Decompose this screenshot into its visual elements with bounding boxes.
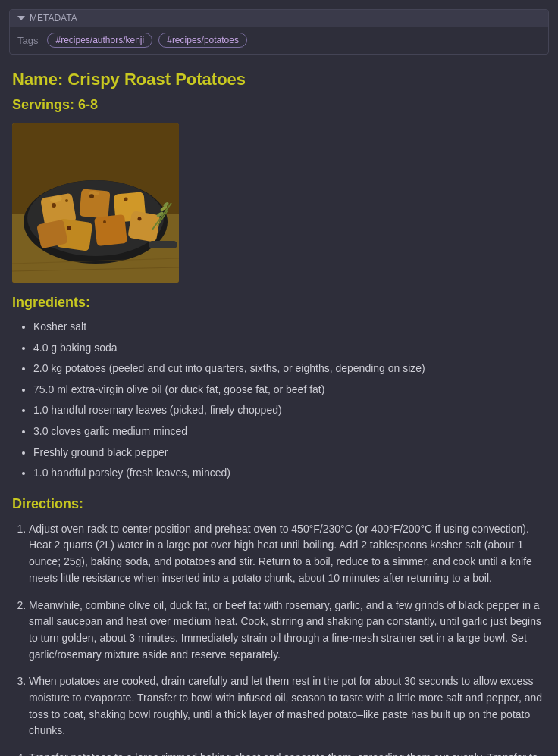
metadata-header: METADATA — [10, 10, 548, 27]
svg-point-17 — [138, 217, 142, 221]
ingredients-list: Kosher salt 4.0 g baking soda 2.0 kg pot… — [12, 320, 546, 481]
directions-list: Adjust oven rack to center position and … — [12, 521, 546, 756]
svg-rect-8 — [94, 214, 127, 246]
svg-rect-9 — [127, 211, 161, 242]
svg-point-15 — [67, 226, 71, 230]
ingredient-item: 75.0 ml extra-virgin olive oil (or duck … — [33, 383, 546, 398]
ingredient-item: 1.0 handful parsley (fresh leaves, mince… — [33, 466, 546, 481]
metadata-section: METADATA Tags #recipes/authors/kenji #re… — [9, 9, 549, 55]
direction-step: Transfer potatoes to a large rimmed baki… — [29, 750, 546, 756]
direction-step: When potatoes are cooked, drain carefull… — [29, 673, 546, 739]
svg-rect-23 — [149, 241, 177, 248]
collapse-triangle-icon[interactable] — [17, 16, 25, 20]
recipe-name: Name: Crispy Roast Potatoes — [12, 70, 546, 89]
tags-label: Tags — [17, 35, 38, 46]
ingredient-item: Freshly ground black pepper — [33, 445, 546, 461]
ingredient-item: Kosher salt — [33, 320, 546, 335]
ingredients-title: Ingredients: — [12, 295, 546, 311]
direction-step: Adjust oven rack to center position and … — [29, 521, 546, 587]
recipe-content: Name: Crispy Roast Potatoes Servings: 6-… — [0, 64, 558, 756]
ingredient-item: 2.0 kg potatoes (peeled and cut into qua… — [33, 361, 546, 376]
direction-step: Meanwhile, combine olive oil, duck fat, … — [29, 598, 546, 664]
ingredient-item: 4.0 g baking soda — [33, 341, 546, 356]
tag-potatoes[interactable]: #recipes/potatoes — [158, 33, 247, 48]
ingredient-item: 3.0 cloves garlic medium minced — [33, 424, 546, 439]
tag-authors[interactable]: #recipes/authors/kenji — [47, 33, 152, 48]
ingredient-item: 1.0 handful rosemary leaves (picked, fin… — [33, 403, 546, 418]
servings: Servings: 6-8 — [12, 97, 546, 113]
recipe-image-svg — [12, 123, 179, 283]
svg-point-16 — [103, 220, 106, 223]
svg-point-12 — [65, 199, 68, 202]
svg-point-11 — [52, 203, 56, 208]
metadata-body: Tags #recipes/authors/kenji #recipes/pot… — [10, 27, 548, 54]
svg-point-14 — [124, 198, 128, 201]
metadata-header-label: METADATA — [30, 13, 77, 23]
recipe-image — [12, 123, 179, 283]
directions-title: Directions: — [12, 496, 546, 512]
